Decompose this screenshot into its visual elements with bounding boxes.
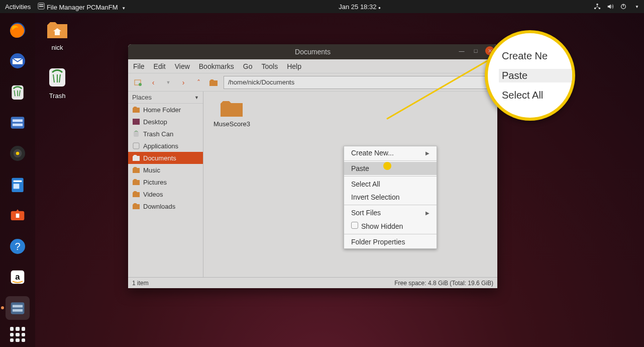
sidebar: Places ▼ Home Folder Desktop Trash Can A… (128, 92, 203, 277)
svg-rect-26 (11, 302, 25, 314)
dock-file-manager[interactable] (6, 296, 30, 320)
ctx-folder-properties[interactable]: Folder Properties (344, 235, 437, 248)
svg-rect-34 (133, 143, 139, 149)
window-minimize-button[interactable]: — (457, 46, 466, 55)
history-dropdown[interactable]: ▼ (163, 77, 173, 88)
window-maximize-button[interactable]: □ (471, 46, 480, 55)
checkbox-icon (351, 222, 358, 229)
volume-icon[interactable] (607, 3, 614, 10)
new-tab-button[interactable] (133, 77, 143, 88)
svg-text:a: a (15, 272, 20, 282)
file-manager-indicator-icon (38, 3, 45, 10)
ctx-select-all[interactable]: Select All (344, 178, 437, 191)
folder-musescore3[interactable]: MuseScore3 (213, 99, 250, 128)
sidebar-documents[interactable]: Documents (128, 152, 203, 164)
sidebar-trash-can[interactable]: Trash Can (128, 128, 203, 140)
svg-rect-11 (11, 117, 25, 128)
menu-file[interactable]: File (133, 62, 145, 70)
svg-rect-33 (134, 131, 139, 137)
callout-anchor-dot (383, 162, 391, 170)
callout-row: Select All (502, 90, 572, 101)
status-item-count: 1 item (132, 280, 149, 287)
svg-point-16 (16, 152, 20, 155)
menu-go[interactable]: Go (243, 62, 253, 70)
svg-rect-13 (13, 124, 23, 126)
chevron-down-icon: ▼ (194, 95, 199, 100)
chevron-down-icon: ▼ (635, 5, 639, 9)
menubar: File Edit View Bookmarks Go Tools Help (128, 59, 497, 73)
dock-libreoffice-writer[interactable] (6, 172, 30, 196)
dock-amazon[interactable]: a (6, 266, 30, 289)
svg-rect-1 (39, 4, 44, 5)
ctx-sort-files[interactable]: Sort Files▶ (344, 206, 437, 219)
callout-bubble: Create Ne Paste Select All (485, 30, 575, 121)
dock-files[interactable] (6, 111, 30, 134)
menu-help[interactable]: Help (287, 62, 301, 70)
chevron-right-icon: ▶ (425, 210, 430, 216)
back-button[interactable]: ‹ (148, 77, 158, 88)
top-bar: Activities File Manager PCManFM ▼ Jan 25… (0, 0, 644, 13)
ctx-invert-selection[interactable]: Invert Selection (344, 191, 437, 204)
sidebar-music[interactable]: Music (128, 164, 203, 176)
home-button[interactable] (208, 77, 219, 88)
menu-tools[interactable]: Tools (262, 62, 278, 70)
file-label: MuseScore3 (213, 120, 250, 128)
menu-view[interactable]: View (175, 62, 190, 70)
sidebar-applications[interactable]: Applications (128, 140, 203, 152)
forward-button[interactable]: › (178, 77, 188, 88)
show-applications-button[interactable] (10, 327, 25, 342)
toolbar: ‹ ▼ › ˄ (128, 73, 497, 92)
file-manager-window: Documents — □ ✕ File Edit View Bookmarks… (128, 44, 497, 288)
svg-rect-27 (13, 305, 23, 307)
svg-rect-12 (13, 119, 23, 122)
network-icon[interactable] (594, 3, 601, 10)
ctx-create-new[interactable]: Create New...▶ (344, 146, 437, 159)
context-menu: Create New...▶ Paste Select All Invert S… (344, 146, 437, 249)
chevron-right-icon: ▶ (425, 150, 430, 156)
places-header[interactable]: Places ▼ (128, 92, 203, 104)
dock-firefox[interactable] (6, 18, 30, 42)
ctx-show-hidden[interactable]: Show Hidden (344, 219, 437, 233)
active-app-menu[interactable]: File Manager PCManFM ▼ (38, 3, 126, 11)
sidebar-downloads[interactable]: Downloads (128, 200, 203, 212)
dock-help[interactable]: ? (6, 234, 30, 258)
chevron-down-icon: ▼ (122, 6, 126, 11)
desktop-trash[interactable]: Trash (45, 66, 69, 100)
callout-row: Create Ne (502, 50, 572, 62)
window-titlebar[interactable]: Documents — □ ✕ (128, 44, 497, 59)
dock: ? a (0, 13, 35, 347)
path-input[interactable] (224, 76, 492, 89)
svg-point-31 (139, 83, 142, 86)
window-title: Documents (295, 48, 331, 56)
dock-trash[interactable] (6, 80, 30, 104)
menu-edit[interactable]: Edit (154, 62, 166, 70)
svg-text:?: ? (15, 240, 20, 251)
sidebar-desktop[interactable]: Desktop (128, 116, 203, 128)
status-free-space: Free space: 4.8 GiB (Total: 19.6 GiB) (394, 280, 493, 287)
callout-row-highlighted: Paste (499, 69, 575, 82)
svg-rect-21 (16, 214, 20, 218)
svg-rect-19 (14, 184, 20, 189)
power-icon[interactable] (620, 3, 627, 10)
dock-software[interactable] (6, 204, 30, 227)
sidebar-videos[interactable]: Videos (128, 188, 203, 200)
svg-rect-32 (133, 119, 140, 125)
dock-thunderbird[interactable] (6, 49, 30, 72)
sidebar-home-folder[interactable]: Home Folder (128, 104, 203, 116)
activities-button[interactable]: Activities (5, 3, 31, 11)
sidebar-pictures[interactable]: Pictures (128, 176, 203, 188)
menu-bookmarks[interactable]: Bookmarks (199, 62, 234, 70)
svg-rect-28 (13, 309, 23, 311)
up-button[interactable]: ˄ (193, 77, 203, 88)
dock-rhythmbox[interactable] (6, 142, 30, 165)
status-bar: 1 item Free space: 4.8 GiB (Total: 19.6 … (128, 277, 497, 288)
svg-point-3 (596, 4, 598, 6)
desktop-home-folder[interactable]: nick (45, 20, 69, 51)
svg-rect-2 (39, 6, 44, 7)
svg-rect-18 (14, 181, 22, 182)
clock[interactable]: Jan 25 18:32 ● (126, 3, 594, 11)
